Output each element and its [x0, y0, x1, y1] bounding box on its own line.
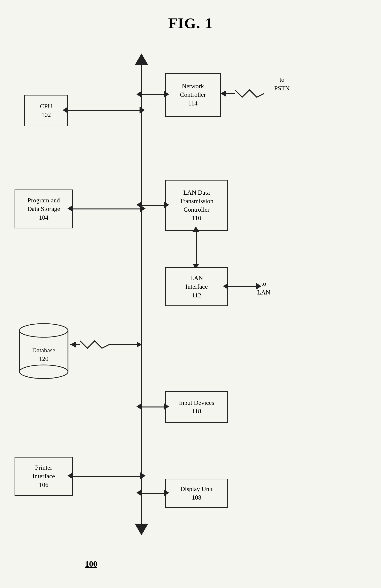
db-zigzag-connector — [70, 340, 143, 352]
pi-arrow-right — [140, 472, 146, 479]
ps-line2: Data Storage — [27, 205, 60, 213]
lan-v-connector — [196, 231, 197, 265]
lan-v-arrow-up — [192, 227, 199, 232]
nc-line2: Controller — [180, 90, 206, 99]
id-arrow-left — [136, 403, 142, 410]
ps-line1: Program and — [27, 196, 60, 205]
nc-connector — [141, 94, 165, 95]
ps-connector — [73, 209, 141, 210]
id-line1: Input Devices — [179, 399, 214, 407]
lan-data-tx-box: LAN Data Transmission Controller 110 — [165, 180, 228, 231]
page-title: FIG. 1 — [0, 0, 381, 32]
svg-point-4 — [19, 365, 68, 378]
lan-interface-box: LAN Interface 112 — [165, 267, 228, 306]
program-storage-box: Program and Data Storage 104 — [15, 189, 73, 228]
li-right-arrow-left — [223, 283, 228, 290]
svg-marker-1 — [220, 91, 226, 96]
cpu-box: CPU 102 — [24, 95, 68, 126]
ldt-line2: Transmission — [180, 197, 213, 205]
id-line2: 118 — [192, 407, 201, 416]
du-connector — [141, 493, 165, 494]
cpu-connector — [68, 110, 141, 111]
printer-interface-box: Printer Interface 106 — [15, 457, 73, 496]
network-controller-box: Network Controller 114 — [165, 73, 221, 117]
li-line3: 112 — [192, 291, 201, 300]
pi-arrow-left — [67, 472, 73, 479]
svg-marker-10 — [137, 342, 142, 347]
id-arrow-right — [164, 403, 169, 410]
nc-arrow-left — [136, 91, 142, 98]
display-unit-box: Display Unit 108 — [165, 479, 228, 508]
input-devices-box: Input Devices 118 — [165, 391, 228, 423]
svg-text:120: 120 — [39, 355, 49, 362]
cpu-arrow-left — [63, 107, 68, 113]
du-line1: Display Unit — [180, 485, 213, 493]
nc-line3: 114 — [188, 99, 198, 108]
cpu-label-line1: CPU — [40, 102, 52, 110]
to-pstn-text: to PSTN — [274, 76, 290, 92]
ldt-line1: LAN Data — [183, 188, 210, 197]
pi-line2: Interface — [33, 472, 55, 480]
id-connector — [141, 406, 165, 407]
pi-line3: 106 — [39, 481, 49, 489]
du-arrow-right — [164, 489, 169, 496]
to-pstn-label: to PSTN — [274, 75, 290, 93]
ldt-line3: Controller — [184, 205, 210, 214]
ldt-line4: 110 — [192, 214, 201, 222]
svg-marker-9 — [70, 342, 76, 347]
pstn-zigzag — [220, 89, 276, 101]
ldt-arrow-right — [164, 201, 169, 208]
du-arrow-left — [136, 489, 142, 496]
svg-point-3 — [19, 324, 68, 337]
cpu-arrow-right — [139, 107, 145, 113]
diagram-container: CPU 102 Network Controller 114 to PSTN P… — [0, 44, 381, 588]
database-cylinder: Database 120 — [17, 321, 70, 379]
li-right-connector — [228, 286, 257, 287]
li-right-arrow-right — [256, 283, 261, 290]
nc-line1: Network — [182, 82, 204, 90]
cpu-label-line2: 102 — [41, 110, 51, 119]
bus-arrow-bottom — [135, 524, 148, 535]
nc-arrow-right — [164, 91, 169, 98]
pi-connector — [73, 476, 141, 477]
bus-arrow-top — [135, 53, 148, 65]
diagram-ref: 100 — [85, 559, 97, 568]
pi-line1: Printer — [35, 463, 52, 472]
ps-line3: 104 — [39, 213, 49, 222]
ldt-arrow-left — [136, 201, 142, 208]
ldt-connector — [141, 205, 165, 206]
ps-arrow-left — [67, 205, 73, 212]
li-line2: Interface — [185, 282, 208, 291]
li-line1: LAN — [190, 274, 203, 282]
bus-line — [141, 58, 142, 525]
du-line2: 108 — [192, 493, 201, 502]
svg-text:Database: Database — [32, 347, 55, 354]
